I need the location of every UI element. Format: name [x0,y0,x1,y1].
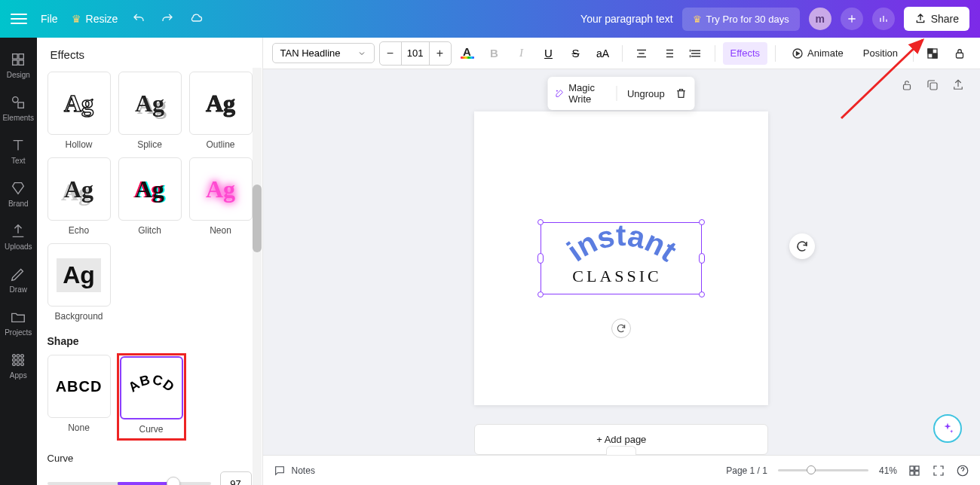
selection-box [541,222,702,294]
svg-point-9 [21,355,24,358]
svg-rect-21 [957,53,963,58]
file-menu[interactable]: File [41,13,58,25]
zoom-slider[interactable] [778,469,868,471]
effect-echo[interactable]: AgEcho [47,157,111,236]
text-color-button[interactable]: A [456,42,479,65]
resize-handle[interactable] [537,291,544,297]
animate-button[interactable]: Animate [783,42,851,65]
crown-icon: ♛ [72,13,81,25]
font-size-input[interactable]: 101 [401,42,430,65]
decrease-size-button[interactable]: − [380,42,401,65]
italic-button[interactable]: I [510,42,533,65]
transparency-button[interactable] [921,42,944,65]
document-title[interactable]: Your paragraph text [580,13,672,25]
contextual-toolbar: TAN Headline − 101 + A B I U S aA Effect… [263,38,980,69]
rail-uploads[interactable]: Uploads [0,218,37,255]
rotate-handle[interactable] [611,319,631,338]
try-pro-button[interactable]: ♛Try Pro for 30 days [682,8,800,31]
fullscreen-icon[interactable] [932,464,945,477]
assistant-fab[interactable] [933,414,962,443]
svg-text:ABCD: ABCD [125,373,177,395]
page-indicator: Page 1 / 1 [726,465,767,476]
ungroup-button[interactable]: Ungroup [627,88,665,99]
svg-rect-27 [910,471,914,474]
shape-section-title: Shape [47,335,252,347]
magic-write-button[interactable]: Magic Write [556,82,605,105]
menu-icon[interactable] [11,11,27,27]
effect-background[interactable]: AgBackground [47,243,111,322]
zoom-value[interactable]: 41% [879,465,897,476]
magic-icon [556,87,564,99]
font-selector[interactable]: TAN Headline [272,43,375,63]
panel-title: Effects [37,38,262,72]
add-member-button[interactable] [841,8,863,30]
user-avatar[interactable]: m [809,8,831,30]
shape-none[interactable]: ABCDNone [47,355,111,439]
svg-rect-25 [910,466,914,470]
delete-button[interactable] [675,87,688,99]
insights-icon[interactable] [872,8,895,30]
rail-text[interactable]: Text [0,133,37,169]
case-button[interactable]: aA [592,42,614,65]
position-button[interactable]: Position [856,42,905,65]
crown-icon: ♛ [693,14,702,25]
svg-point-5 [13,97,18,102]
rail-projects[interactable]: Projects [0,304,37,341]
rail-design[interactable]: Design [0,47,37,84]
svg-rect-6 [18,102,23,108]
floating-toolbar: Magic Write Ungroup [548,77,695,110]
resize-handle[interactable] [699,253,705,264]
svg-point-12 [21,358,24,361]
quick-action-button[interactable] [789,233,815,259]
chevron-down-icon [357,49,366,58]
effects-panel: Effects AgHollow AgSplice AgOutline AgEc… [37,38,263,485]
help-icon[interactable] [956,464,969,477]
svg-rect-1 [13,54,17,59]
resize-handle[interactable] [537,253,544,264]
rail-apps[interactable]: Apps [0,347,37,384]
alignment-button[interactable] [630,42,653,65]
increase-size-button[interactable]: + [430,42,451,65]
spacing-button[interactable] [684,42,707,65]
resize-button[interactable]: ♛Resize [72,13,118,25]
curve-slider[interactable] [47,482,211,485]
underline-button[interactable]: U [537,42,560,65]
effect-outline[interactable]: AgOutline [189,72,253,150]
grid-view-icon[interactable] [908,464,921,477]
share-button[interactable]: Share [904,7,969,31]
curve-value-input[interactable]: 97 [220,471,252,485]
sparkle-icon [941,422,954,435]
effect-neon[interactable]: AgNeon [189,157,253,236]
curve-slider-label: Curve [47,453,252,464]
shape-curve[interactable]: ABCDCurve [118,355,185,439]
notes-icon [274,465,286,477]
svg-point-15 [21,363,24,366]
svg-point-11 [17,358,20,361]
svg-point-7 [13,355,16,358]
redo-icon[interactable] [160,11,175,26]
svg-point-10 [13,358,16,361]
svg-rect-2 [19,54,23,59]
panel-scrollbar[interactable] [253,68,262,485]
effects-button[interactable]: Effects [723,42,768,65]
effect-glitch[interactable]: AgGlitch [118,157,182,236]
svg-rect-4 [19,60,23,65]
canvas-page[interactable]: Magic Write Ungroup instant CLASSIC [474,111,768,405]
page-spread-handle[interactable] [606,446,636,455]
cloud-sync-icon[interactable] [188,11,204,26]
effect-splice[interactable]: AgSplice [118,72,182,150]
rail-elements[interactable]: Elements [0,90,37,127]
effect-hollow[interactable]: AgHollow [47,72,111,150]
resize-handle[interactable] [699,291,705,297]
rail-draw[interactable]: Draw [0,261,37,298]
bold-button[interactable]: B [483,42,506,65]
strikethrough-button[interactable]: S [565,42,587,65]
svg-rect-19 [928,49,933,53]
canvas-area: TAN Headline − 101 + A B I U S aA Effect… [263,38,980,485]
resize-handle[interactable] [537,219,544,225]
rail-brand[interactable]: Brand [0,175,37,212]
notes-button[interactable]: Notes [274,465,315,477]
list-button[interactable] [657,42,680,65]
lock-button[interactable] [948,42,971,65]
undo-icon[interactable] [131,11,146,26]
